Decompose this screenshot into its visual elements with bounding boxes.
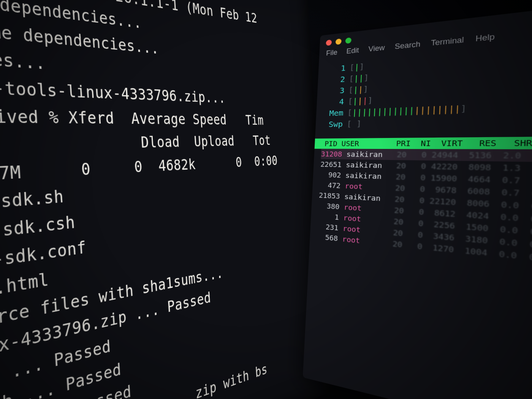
maximize-icon[interactable] — [345, 37, 352, 44]
terminal-output: nd installing package package: android-s… — [0, 0, 323, 399]
menu-edit[interactable]: Edit — [346, 46, 359, 55]
terminal-window-right: File Edit View Search Terminal Help Task… — [303, 0, 532, 399]
process-table-header[interactable]: PID USER PRI NI VIRT RES SHR CPU% — [315, 135, 532, 150]
terminal-window-left: Help nd installing package package: andr… — [0, 0, 332, 399]
minimize-icon[interactable] — [336, 38, 342, 45]
close-icon[interactable] — [326, 40, 332, 46]
menu-view[interactable]: View — [368, 44, 385, 53]
menu-help[interactable]: Help — [475, 32, 495, 43]
menu-file[interactable]: File — [326, 48, 337, 57]
process-table[interactable]: 31208 saikiran 20 0 24944 5136 2.0 0.0 2… — [310, 149, 532, 288]
